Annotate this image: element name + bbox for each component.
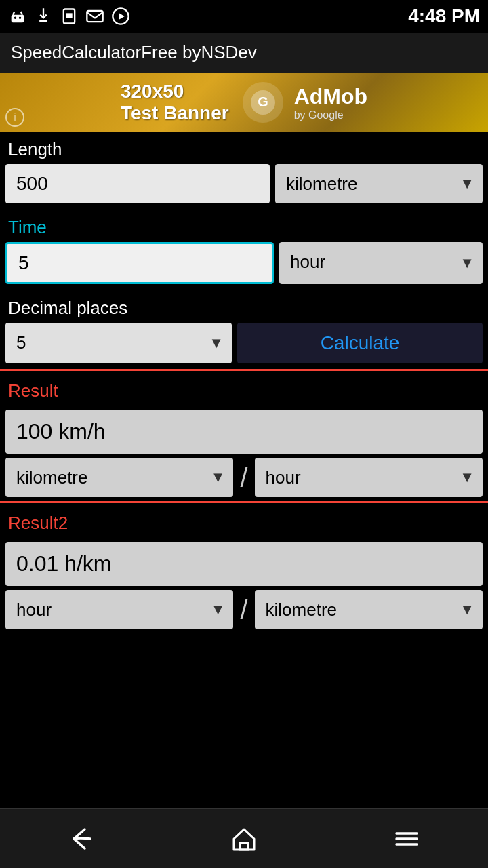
svg-line-4 [21,12,22,15]
result2-divider [0,501,488,503]
result2-unit-row: second minute hour day ▼ / metre kilomet… [5,590,483,629]
svg-point-1 [14,17,17,20]
menu-button[interactable] [382,816,432,862]
time-unit-select[interactable]: second minute hour day [279,242,483,281]
time-input[interactable] [5,242,274,284]
result2-unit2-select[interactable]: metre kilometre mile yard foot inch [255,590,483,629]
status-time: 4:48 PM [408,5,480,27]
time-label: Time [0,210,488,242]
play-icon [111,7,130,26]
result2-unit2-wrapper: metre kilometre mile yard foot inch ▼ [255,590,483,629]
result1-unit1-wrapper: metre kilometre mile yard foot inch ▼ [5,458,233,497]
decimal-row: 0 1 2 3 4 5 6 7 8 9 10 ▼ Calculate [5,323,483,363]
decimal-select[interactable]: 0 1 2 3 4 5 6 7 8 9 10 [5,323,232,362]
svg-marker-9 [119,13,125,19]
result2-unit1-wrapper: second minute hour day ▼ [5,590,233,629]
title-bar: SpeedCalculatorFree byNSDev [0,33,488,73]
length-input-row: metre kilometre mile yard foot inch naut… [5,164,483,203]
result1-unit2-select[interactable]: second minute hour day [255,458,483,497]
home-button[interactable] [219,816,269,862]
bottom-nav [0,808,488,868]
svg-point-2 [19,17,22,20]
time-unit-wrapper: second minute hour day ▼ [279,242,483,284]
usb-icon [34,7,53,26]
menu-icon [390,824,424,854]
status-left-icons [8,7,130,26]
status-bar: 4:48 PM [0,0,488,33]
slash1-icon: / [237,462,250,493]
calculate-button[interactable]: Calculate [237,323,483,363]
sim-icon [60,7,79,26]
slash2-icon: / [237,595,250,625]
android-icon [8,7,27,26]
admob-brand: AdMob by Google [294,84,367,121]
length-label: Length [0,132,488,164]
time-input-row: second minute hour day ▼ [5,242,483,284]
home-icon [227,824,261,854]
info-icon[interactable]: i [5,108,24,127]
svg-rect-6 [66,13,72,18]
gmail-icon [85,7,104,26]
svg-text:G: G [258,94,268,109]
decimal-label: Decimal places [0,291,488,323]
svg-line-3 [13,12,14,15]
result1-unit-row: metre kilometre mile yard foot inch ▼ / … [5,458,483,497]
result1-label: Result [0,374,488,406]
result2-unit1-select[interactable]: second minute hour day [5,590,233,629]
result1-unit2-wrapper: second minute hour day ▼ [255,458,483,497]
length-unit-wrapper: metre kilometre mile yard foot inch naut… [275,164,483,203]
banner-size-text: 320x50 Test Banner [121,81,229,124]
decimal-select-wrapper: 0 1 2 3 4 5 6 7 8 9 10 ▼ [5,323,232,363]
banner-ad[interactable]: 320x50 Test Banner G AdMob by Google i [0,73,488,132]
svg-rect-7 [87,11,102,22]
length-unit-select[interactable]: metre kilometre mile yard foot inch naut… [275,164,483,203]
back-icon [64,824,98,854]
back-button[interactable] [56,816,106,862]
app-title: SpeedCalculatorFree byNSDev [11,42,257,62]
result1-unit1-select[interactable]: metre kilometre mile yard foot inch [5,458,233,497]
result2-label: Result2 [0,506,488,538]
result2-value: 0.01 h/km [5,542,483,586]
length-input[interactable] [5,164,270,203]
result1-value: 100 km/h [5,410,483,454]
svg-rect-12 [240,843,248,850]
admob-logo-icon: G [243,82,283,123]
main-content: Length metre kilometre mile yard foot in… [0,132,488,629]
result1-divider [0,369,488,371]
svg-rect-0 [12,15,24,23]
